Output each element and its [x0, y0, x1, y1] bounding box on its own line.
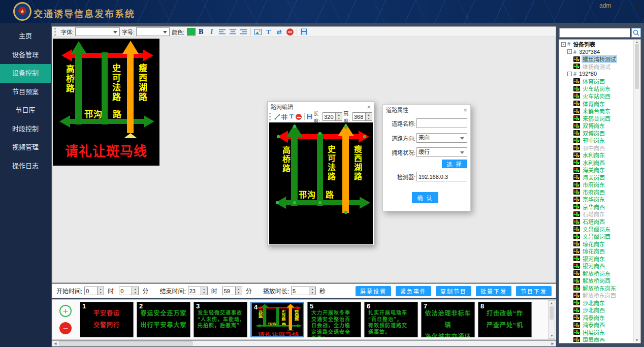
network-editor-canvas[interactable]: 高桥路 史可法路 瘦西湖路 邗沟 路 — [269, 122, 373, 244]
tree-node-device[interactable]: 邗中岗西 — [560, 144, 633, 151]
add-text-icon[interactable]: T — [288, 113, 294, 120]
tree-node-device[interactable]: 琼花岗西 — [560, 247, 633, 255]
playlist-item-7[interactable]: 7依法治理非标车辆净化城市交通环境 — [421, 302, 475, 337]
duration-input[interactable] — [291, 287, 309, 295]
spinner-arrows[interactable]: ▲▼ — [236, 287, 242, 295]
road-direction-select[interactable]: 来向 — [416, 133, 467, 143]
tree-node-device[interactable]: 体育岗东 — [560, 100, 633, 107]
tree-node-device[interactable]: 石塔岗西 — [560, 218, 633, 226]
scroll-down-arrow[interactable]: ▼ — [550, 333, 554, 338]
tree-node-device[interactable]: 解放桥岗东 — [560, 269, 633, 277]
end-minute-input[interactable] — [222, 287, 236, 295]
tree-node-device[interactable]: 市府岗西 — [560, 188, 633, 196]
tree-node-group[interactable]: -#192*80 — [560, 70, 633, 78]
scroll-down-arrow[interactable]: ▼ — [634, 338, 640, 342]
road-name-input[interactable] — [416, 118, 467, 128]
tree-node-device[interactable]: 京华岗西 — [560, 203, 633, 211]
tree-node-device[interactable]: 解放桥岗西 — [560, 277, 633, 285]
playlist-item-4[interactable]: 4 高桥路 史可法路 瘦西湖路 邗沟 路 请礼让斑马线 — [250, 302, 304, 337]
schedule-action-button[interactable]: 批量下发 — [476, 286, 511, 296]
tree-node-device[interactable]: 市府岗东 — [560, 181, 633, 188]
italic-icon[interactable]: I — [207, 27, 216, 36]
select-button[interactable]: 选 择 — [442, 160, 467, 168]
tree-node-device[interactable]: 国展岗西 — [560, 336, 633, 342]
playlist-item-3[interactable]: 3发生轻微交通事故“人未伤，车能动,先拍照，后撤离” — [194, 302, 247, 337]
sidebar-item[interactable]: 主页 — [0, 27, 51, 46]
sidebar-item[interactable]: 视频管理 — [0, 138, 51, 157]
align-left-icon[interactable] — [217, 27, 227, 36]
length-input[interactable] — [323, 112, 336, 121]
tree-node-device[interactable]: 螺丝湾桥测试 — [560, 55, 633, 63]
align-right-icon[interactable] — [239, 27, 248, 36]
collapse-toggle[interactable]: - — [567, 49, 572, 54]
spinner-arrows[interactable]: ▲▼ — [336, 112, 342, 121]
font-size-select[interactable] — [136, 27, 170, 36]
scroll-text-icon[interactable]: ⇄ — [274, 27, 284, 36]
device-search-input[interactable] — [559, 28, 630, 38]
tree-node-device[interactable]: 解放桥东岗东 — [560, 285, 633, 292]
tree-node-device[interactable]: 双博岗西 — [560, 129, 633, 137]
spinner-arrows[interactable]: ▲▼ — [366, 112, 372, 121]
close-icon[interactable]: × — [367, 103, 371, 111]
tree-node-device[interactable]: 文昌阁岗西 — [560, 233, 633, 240]
scrollbar-thumb[interactable] — [635, 44, 639, 89]
device-search-button[interactable] — [631, 28, 641, 38]
scrollbar-thumb[interactable] — [59, 341, 192, 345]
draw-road-icon[interactable] — [281, 113, 287, 120]
tree-vertical-scrollbar[interactable]: ▲▼ — [633, 40, 640, 342]
delete-icon[interactable] — [285, 27, 295, 36]
tree-node-root[interactable]: -#设备列表 — [560, 41, 633, 48]
font-select[interactable] — [75, 27, 120, 36]
schedule-action-button[interactable]: 紧急事件 — [396, 286, 431, 296]
spinner-arrows[interactable]: ▲▼ — [201, 287, 208, 295]
close-icon[interactable]: × — [463, 106, 467, 114]
sign-panel[interactable]: 高桥路 史可法路 瘦西湖路 邗沟 路 请礼让斑马线 — [53, 39, 159, 166]
schedule-action-button[interactable]: 节目下发 — [516, 286, 552, 296]
sidebar-item[interactable]: 时段控制 — [0, 120, 51, 139]
playlist-item-2[interactable]: 2春运安全连万家出行平安靠大家 — [137, 302, 190, 337]
save-icon[interactable] — [307, 113, 312, 120]
horizontal-scrollbar[interactable]: ◄ ► — [52, 340, 556, 346]
save-icon[interactable] — [299, 27, 309, 36]
tree-node-device[interactable]: 体育岗西 — [560, 78, 633, 85]
playlist-item-5[interactable]: 5大力开展秋冬季交通安全整治百日会战，全力稳定道路交通安全形势！ — [307, 302, 361, 337]
tree-node-device[interactable]: 琼花岗东 — [560, 240, 633, 247]
tree-node-device[interactable]: 海关岗东 — [560, 166, 633, 174]
tree-node-device[interactable]: 双博岗东 — [560, 122, 633, 130]
confirm-button[interactable]: 确 认 — [412, 192, 438, 203]
tree-node-device[interactable]: 解放桥东岗西 — [560, 292, 633, 299]
insert-text-icon[interactable]: T — [264, 27, 273, 36]
sidebar-item[interactable]: 节目库 — [0, 101, 51, 120]
detector-input[interactable] — [416, 172, 467, 181]
draw-line-icon[interactable] — [274, 113, 280, 120]
collapse-toggle[interactable]: - — [561, 42, 566, 47]
spinner-arrows[interactable]: ▲▼ — [132, 287, 139, 295]
scroll-left-arrow[interactable]: ◄ — [52, 341, 58, 346]
align-center-icon[interactable] — [228, 27, 238, 36]
add-program-button[interactable]: + — [59, 305, 72, 317]
collapse-toggle[interactable]: - — [567, 72, 572, 76]
tree-node-device[interactable]: 火车站岗西 — [560, 92, 633, 100]
end-hour-input[interactable] — [188, 287, 201, 295]
spinner-arrows[interactable]: ▲▼ — [309, 287, 316, 295]
scroll-up-arrow[interactable]: ▲ — [550, 301, 554, 305]
congestion-select[interactable]: 缓行 — [416, 147, 467, 157]
playlist-vertical-scrollbar[interactable]: ▲▼ — [548, 300, 555, 339]
tree-node-device[interactable]: 沙北岗东 — [560, 299, 633, 307]
playlist-item-8[interactable]: 8打击改装“炸严查严处“机 — [478, 302, 532, 337]
height-input[interactable] — [352, 112, 366, 121]
sidebar-item[interactable]: 设备管理 — [0, 46, 51, 65]
spinner-arrows[interactable]: ▲▼ — [98, 287, 104, 295]
tree-node-device[interactable]: 石塔岗东 — [560, 210, 633, 218]
sidebar-item[interactable]: 节目预案 — [0, 83, 51, 102]
tree-node-device[interactable]: 来鹤台岗东 — [560, 107, 633, 115]
tree-node-device[interactable]: 银河岗西 — [560, 262, 633, 270]
road-properties-titlebar[interactable]: 道路属性 × — [383, 105, 470, 115]
tree-node-device[interactable]: 银河岗东 — [560, 255, 633, 262]
sidebar-item[interactable]: 设备控制 — [0, 64, 51, 83]
tree-node-device[interactable]: 鸿泰岗东 — [560, 314, 633, 322]
tree-node-device[interactable]: 文昌阁岗东 — [560, 225, 633, 233]
start-hour-input[interactable] — [84, 287, 98, 295]
playlist-item-1[interactable]: 1平安春运交警同行 — [80, 302, 134, 337]
start-minute-input[interactable] — [119, 287, 132, 295]
